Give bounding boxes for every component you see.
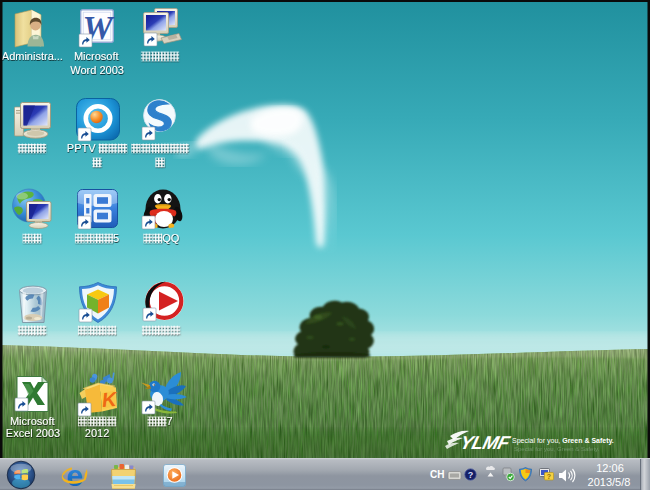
svg-text:Microsoft: Microsoft bbox=[74, 50, 119, 62]
svg-text:Special for you, Green & Safet: Special for you, Green & Safety. bbox=[512, 437, 614, 445]
svg-text:YLMF: YLMF bbox=[458, 432, 512, 453]
svg-text:PPTV: PPTV bbox=[67, 142, 96, 154]
svg-text:Word 2003: Word 2003 bbox=[70, 64, 124, 76]
svg-text:Special for you, Green & Safet: Special for you, Green & Safety. bbox=[514, 446, 600, 452]
svg-text:5: 5 bbox=[113, 232, 119, 244]
svg-text:Administra...: Administra... bbox=[2, 50, 63, 62]
svg-text:QQ: QQ bbox=[162, 232, 180, 244]
svg-text:7: 7 bbox=[166, 415, 172, 427]
svg-text:Microsoft: Microsoft bbox=[10, 415, 55, 427]
svg-text:?: ? bbox=[547, 473, 551, 480]
svg-text:12:06: 12:06 bbox=[596, 462, 624, 474]
svg-text:Excel 2003: Excel 2003 bbox=[6, 427, 60, 439]
svg-text:CH: CH bbox=[430, 469, 444, 480]
svg-text:?: ? bbox=[468, 470, 474, 480]
svg-text:2013/5/8: 2013/5/8 bbox=[588, 476, 631, 488]
svg-text:2012: 2012 bbox=[85, 427, 109, 439]
svg-text:e: e bbox=[66, 459, 83, 490]
